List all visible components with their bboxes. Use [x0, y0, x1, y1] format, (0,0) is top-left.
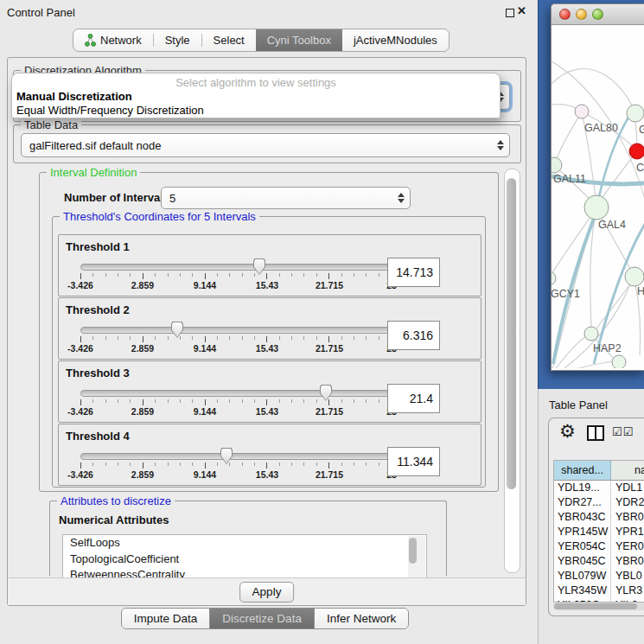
interval-definition-group: Interval Definition Number of Intervals …: [39, 172, 499, 492]
threshold-label: Threshold 4: [66, 430, 130, 443]
list-scrollbar[interactable]: [408, 536, 425, 577]
node-selected-red[interactable]: [629, 143, 644, 159]
threshold-3-slider-track[interactable]: [80, 390, 393, 397]
float-window-icon[interactable]: [506, 9, 514, 17]
tab-style[interactable]: Style: [154, 29, 201, 51]
number-of-intervals-combobox[interactable]: 5: [161, 187, 411, 209]
threshold-panel-1: Threshold 1 -3.426 2.859 9.144 15.43 21.…: [58, 234, 481, 296]
network-view-window[interactable]: GAL80 GA C GAL11 GAL4 GCY1 H HAP2: [551, 3, 644, 371]
column-header-name[interactable]: na: [611, 461, 644, 480]
table-data-combobox[interactable]: galFiltered.sif default node: [21, 133, 510, 157]
tab-cyni-toolbox[interactable]: Cyni Toolbox: [256, 29, 342, 51]
slider-ticks: [80, 336, 392, 342]
table-row[interactable]: YBR043CYBR0: [554, 510, 644, 525]
tab-infer-network[interactable]: Infer Network: [314, 609, 408, 628]
table-row[interactable]: YDL19...YDL1: [554, 481, 644, 495]
table-row[interactable]: YBL079WYBL0: [554, 569, 644, 583]
table-row[interactable]: YPR145WYPR1: [554, 525, 644, 539]
threshold-panel-3: Threshold 3 -3.426 2.859 9.144 15.43 21.…: [58, 360, 481, 423]
apply-bar: Apply: [8, 577, 526, 605]
panel-title: Control Panel: [7, 6, 75, 19]
gear-icon[interactable]: ⚙: [559, 421, 576, 442]
tab-network[interactable]: Network: [73, 29, 153, 51]
table-row[interactable]: YDR27...YDR2: [554, 495, 644, 510]
close-icon[interactable]: ✕: [517, 4, 526, 17]
attributes-group: Attributes to discretize Numerical Attri…: [49, 501, 447, 576]
settings-scrollbar[interactable]: [504, 169, 520, 573]
combo-arrows-icon: [497, 140, 504, 150]
slider-ticks: [80, 462, 392, 469]
node-label: GAL80: [584, 122, 618, 134]
group-title: Attributes to discretize: [57, 494, 175, 507]
threshold-1-value-field[interactable]: 14.713: [387, 258, 440, 287]
split-table-icon[interactable]: [587, 425, 604, 441]
cytoscape-desktop: GAL80 GA C GAL11 GAL4 GCY1 H HAP2: [538, 0, 644, 389]
dropdown-placeholder: Select algorithm to view settings: [12, 76, 500, 89]
list-item[interactable]: TopologicalCoefficient: [63, 552, 426, 568]
dropdown-item-equal-width-frequency[interactable]: Equal Width/Frequency Discretization: [16, 104, 204, 117]
table-data-value: galFiltered.sif default node: [29, 139, 161, 152]
threshold-4-value-field[interactable]: 11.344: [387, 447, 440, 476]
node-label: GA: [639, 124, 644, 136]
threshold-3-value-field[interactable]: 21.4: [387, 384, 440, 413]
number-of-intervals-label: Number of Intervals: [64, 191, 169, 204]
slider-tick-labels: -3.426 2.859 9.144 15.43 21.715 28: [80, 343, 392, 354]
node-label: H: [637, 285, 644, 297]
group-title: Table Data: [21, 118, 81, 131]
network-window-titlebar[interactable]: [552, 4, 644, 25]
table-row[interactable]: YLR345WYLR3: [554, 583, 644, 598]
node-hap2[interactable]: [584, 327, 598, 341]
node-gal80[interactable]: [575, 105, 589, 118]
threshold-label: Threshold 2: [66, 303, 130, 316]
threshold-2-slider-track[interactable]: [80, 327, 393, 334]
group-title: Threshold's Coordinates for 5 Intervals: [60, 210, 259, 223]
table-row[interactable]: YBR045CYBR0: [554, 554, 644, 569]
table-row[interactable]: YER054CYER0: [554, 539, 644, 554]
number-of-intervals-value: 5: [169, 192, 175, 205]
slider-ticks: [80, 273, 392, 279]
threshold-panel-4: Threshold 4 -3.426 2.859 9.144 15.43 21.…: [58, 424, 481, 486]
combo-arrows-icon: [398, 193, 405, 203]
table-panel-title: Table Panel: [549, 399, 608, 411]
node-partial-right[interactable]: [625, 267, 644, 286]
scrollbar-thumb[interactable]: [554, 603, 637, 609]
traffic-light-minimize-icon[interactable]: [576, 9, 587, 20]
tab-impute-data[interactable]: Impute Data: [122, 609, 210, 628]
traffic-light-close-icon[interactable]: [559, 9, 571, 20]
threshold-1-slider-track[interactable]: [80, 264, 393, 271]
settings-viewport: Interval Definition Number of Intervals …: [11, 163, 522, 577]
node-label: GCY1: [552, 288, 580, 300]
threshold-label: Threshold 3: [66, 367, 130, 379]
table-header-row: shared... na: [554, 461, 644, 481]
node-partial-top-right[interactable]: [627, 105, 644, 122]
network-icon: [85, 34, 96, 47]
table-horizontal-scrollbar[interactable]: [553, 603, 644, 610]
algorithm-dropdown-popup: Select algorithm to view settings Manual…: [11, 73, 501, 118]
tab-discretize-data[interactable]: Discretize Data: [209, 609, 314, 628]
traffic-light-zoom-icon[interactable]: [592, 9, 603, 20]
node-label: HAP2: [593, 342, 622, 354]
list-item[interactable]: SelfLoops: [63, 535, 426, 552]
slider-tick-labels: -3.426 2.859 9.144 15.43 21.715 28: [80, 406, 392, 417]
threshold-2-value-field[interactable]: 6.316: [387, 321, 440, 350]
node-gal4[interactable]: [584, 195, 609, 220]
control-panel-tabbar: Network Style Select Cyni Toolbox jActiv…: [73, 29, 450, 52]
apply-button[interactable]: Apply: [239, 582, 295, 603]
threshold-4-slider-track[interactable]: [80, 453, 393, 460]
threshold-coordinates-group: Threshold's Coordinates for 5 Intervals …: [52, 216, 486, 488]
tab-jactivemnodules[interactable]: jActiveMNodules: [342, 29, 449, 51]
tab-select[interactable]: Select: [202, 29, 256, 51]
table-panel-section: Table Panel ⚙ ☑☑ shared... na YDL19...YD…: [538, 389, 644, 644]
threshold-label: Threshold 1: [66, 240, 130, 253]
column-header-shared-name[interactable]: shared...: [554, 461, 611, 480]
node-partial-bottom[interactable]: [612, 355, 626, 368]
node-gcy1[interactable]: [552, 271, 556, 285]
node-label: GAL11: [553, 173, 586, 185]
dropdown-item-manual-discretization[interactable]: Manual Discretization: [16, 90, 132, 103]
checkbox-columns-icon[interactable]: ☑☑: [612, 425, 634, 438]
numerical-attributes-label: Numerical Attributes: [59, 513, 169, 526]
network-canvas[interactable]: GAL80 GA C GAL11 GAL4 GCY1 H HAP2: [552, 25, 644, 370]
cyni-toolbox-panel: Discretization Algorithm Table Data galF…: [7, 57, 526, 606]
table-data-group: Table Data galFiltered.sif default node: [13, 124, 521, 163]
scrollbar-thumb[interactable]: [507, 178, 516, 489]
